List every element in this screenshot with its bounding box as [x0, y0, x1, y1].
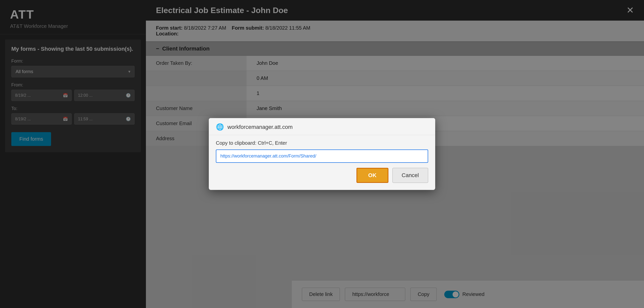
- ok-button[interactable]: OK: [356, 168, 388, 183]
- modal-dialog: 🌐 workforcemanager.att.com Copy to clipb…: [209, 118, 435, 190]
- globe-icon: 🌐: [216, 123, 224, 131]
- modal-instruction: Copy to clipboard: Ctrl+C, Enter: [216, 140, 428, 146]
- modal-url-input[interactable]: [216, 149, 428, 163]
- modal-header: 🌐 workforcemanager.att.com: [209, 118, 435, 135]
- modal-domain: workforcemanager.att.com: [227, 124, 293, 130]
- modal-body: Copy to clipboard: Ctrl+C, Enter OK Canc…: [209, 135, 435, 190]
- cancel-button[interactable]: Cancel: [392, 168, 428, 183]
- modal-buttons: OK Cancel: [216, 168, 428, 183]
